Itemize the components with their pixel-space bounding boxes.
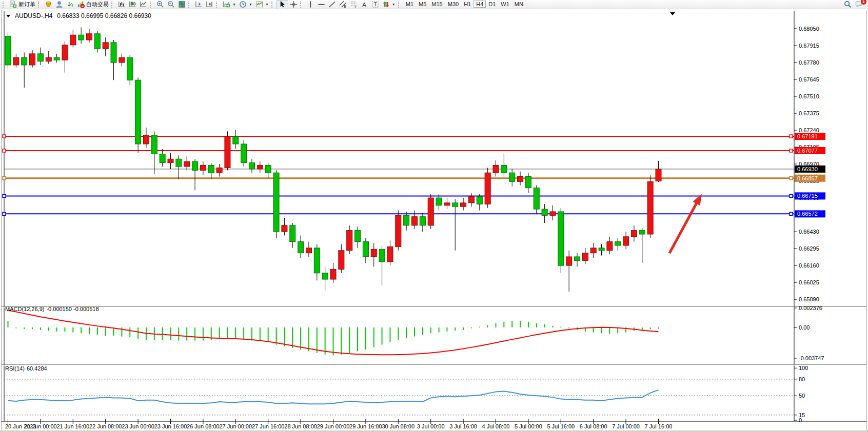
candlestick-chart-button[interactable] [127, 1, 138, 9]
add-indicator-button[interactable]: ▼ [221, 1, 238, 9]
svg-text:4 Jul 08:00: 4 Jul 08:00 [482, 423, 510, 429]
bar-chart-icon [118, 1, 126, 8]
collapse-triangle-icon[interactable] [6, 15, 10, 17]
svg-text:0.68050: 0.68050 [799, 26, 819, 32]
rsi-value: 60.4284 [27, 365, 47, 372]
indicator-list-button[interactable] [204, 1, 215, 9]
svg-text:29 Jun 16:00: 29 Jun 16:00 [349, 423, 382, 429]
bar-chart-button[interactable] [116, 1, 127, 9]
svg-text:7 Jul 00:00: 7 Jul 00:00 [612, 423, 640, 429]
horizontal-line-tool-button[interactable] [316, 1, 327, 9]
toolbar-grip[interactable] [150, 2, 153, 8]
line-chart-button[interactable] [138, 1, 149, 9]
timeframe-button-m30[interactable]: M30 [445, 1, 461, 7]
svg-text:0.66930: 0.66930 [797, 166, 818, 172]
dropdown-caret-icon: ▼ [232, 3, 236, 6]
dropdown-caret-icon: ▼ [249, 3, 252, 6]
vertical-line-icon [307, 1, 314, 8]
indicator-window-button[interactable] [193, 1, 204, 9]
crosshair-tool-button[interactable] [288, 1, 299, 9]
autotrade-label: 自动交易 [86, 1, 109, 8]
timeframe-button-mn[interactable]: MN [512, 1, 526, 7]
arrows-tool-button[interactable]: ▼ [381, 1, 397, 9]
arrows-icon [382, 1, 390, 8]
toolbar-grip[interactable] [398, 2, 401, 8]
svg-text:7 Jul 16:00: 7 Jul 16:00 [645, 423, 673, 429]
svg-text:5 Jul 16:00: 5 Jul 16:00 [547, 423, 575, 429]
text-icon: A [361, 1, 368, 8]
tile-windows-button[interactable] [176, 1, 187, 9]
svg-text:5 Jul 00:00: 5 Jul 00:00 [515, 423, 542, 429]
timeframe-button-h4[interactable]: H4 [474, 1, 486, 8]
toolbar-grip[interactable] [188, 2, 191, 8]
vertical-line-tool-button[interactable] [305, 1, 316, 9]
svg-text:F: F [354, 5, 357, 8]
timeframe-button-m15[interactable]: M15 [429, 1, 445, 7]
svg-text:30 Jun 08:00: 30 Jun 08:00 [382, 423, 415, 429]
toolbar-grip[interactable] [271, 2, 274, 8]
svg-text:E: E [344, 5, 346, 8]
timeframe-button-d1[interactable]: D1 [486, 1, 498, 7]
paint-bucket-icon [45, 1, 52, 8]
timeframe-group: M1M5M15M30H1H4D1W1MN [403, 1, 526, 8]
text-tool-button[interactable]: A [359, 1, 370, 9]
mt4-terminal: 新订单 自动交易 ▼ ▼ ▼ E F [0, 0, 868, 432]
tile-windows-icon [178, 1, 186, 8]
timeframe-button-m5[interactable]: M5 [416, 1, 429, 7]
dropdown-caret-icon: ▼ [392, 3, 396, 6]
svg-text:0.67915: 0.67915 [799, 43, 819, 49]
toolbar-grip[interactable] [111, 2, 114, 8]
toolbar-grip[interactable] [300, 2, 303, 8]
trendline-tool-button[interactable] [327, 1, 338, 9]
indicator-window-icon [195, 1, 203, 8]
zoom-in-button[interactable] [155, 1, 166, 9]
template-icon [255, 1, 263, 8]
toolbar-grip[interactable] [3, 2, 6, 8]
new-order-label: 新订单 [18, 1, 35, 8]
cursor-icon [279, 1, 286, 8]
toolbar-grip[interactable] [38, 2, 41, 8]
svg-text:0.66295: 0.66295 [799, 245, 819, 252]
chart-canvas[interactable]: 0.680500.679150.677800.676450.675100.673… [0, 10, 868, 432]
trendline-icon [328, 1, 336, 8]
timeframe-button-h1[interactable]: H1 [461, 1, 474, 7]
svg-text:0.66857: 0.66857 [797, 175, 818, 181]
svg-text:3 Jul 16:00: 3 Jul 16:00 [449, 423, 477, 429]
template-button[interactable]: ▼ [254, 1, 270, 9]
autotrade-button[interactable]: 自动交易 [75, 1, 110, 9]
publisher-button[interactable] [54, 1, 65, 9]
paint-bucket-button[interactable] [43, 1, 54, 9]
macd-indicator-label: MACD(12,26,9)-0.000150 -0.000518 [5, 306, 101, 312]
signal-button[interactable] [65, 1, 75, 9]
horizontal-line-icon [318, 1, 325, 8]
svg-text:0.00: 0.00 [799, 324, 810, 331]
svg-text:0.66025: 0.66025 [799, 279, 819, 285]
toolbar-grip[interactable] [216, 2, 219, 8]
svg-text:80: 80 [799, 376, 805, 382]
svg-text:100: 100 [799, 365, 808, 371]
fibonacci-tool-button[interactable]: F [348, 1, 359, 9]
crosshair-icon [290, 1, 298, 8]
timeframe-button-w1[interactable]: W1 [498, 1, 512, 7]
search-button[interactable] [842, 1, 853, 9]
label-tool-button[interactable]: T [370, 1, 381, 9]
cursor-tool-button[interactable] [277, 0, 288, 9]
timeframe-button-m1[interactable]: M1 [403, 1, 416, 7]
indicator-list-icon [206, 1, 213, 8]
svg-text:3 Jul 00:00: 3 Jul 00:00 [417, 423, 445, 429]
svg-text:0.67077: 0.67077 [797, 148, 818, 154]
svg-text:-0.003747: -0.003747 [799, 355, 824, 361]
new-order-button[interactable]: 新订单 [8, 1, 37, 9]
svg-text:0.65890: 0.65890 [799, 296, 819, 302]
notifications-button[interactable]: 1 [853, 1, 864, 9]
svg-text:0.66715: 0.66715 [797, 193, 818, 199]
channel-tool-button[interactable]: E [338, 1, 348, 9]
svg-text:50: 50 [799, 393, 805, 399]
zoom-out-button[interactable] [166, 1, 176, 9]
autotrade-icon [77, 1, 85, 8]
svg-text:0.002376: 0.002376 [799, 305, 822, 311]
period-clock-button[interactable]: ▼ [238, 1, 254, 9]
zoom-out-icon [167, 1, 175, 8]
svg-text:26 Jun 08:00: 26 Jun 08:00 [187, 423, 220, 429]
chart-window: AUDUSD-,H4 0.66833 0.66995 0.66826 0.669… [0, 10, 868, 432]
